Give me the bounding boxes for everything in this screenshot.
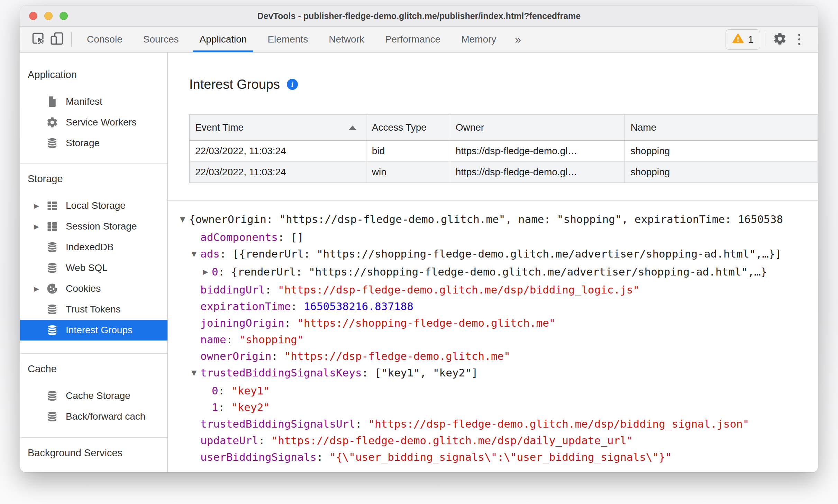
main-menu-button[interactable] (790, 30, 809, 49)
tree-line[interactable]: ▼{ownerOrigin: "https://dsp-fledge-demo.… (168, 211, 818, 229)
expander-triangle-icon[interactable]: ▶ (34, 285, 46, 293)
tree-line[interactable]: expirationTime: 1650538216.837188 (168, 298, 818, 315)
sidebar-item-service-workers[interactable]: Service Workers (20, 112, 167, 133)
table-row[interactable]: 22/03/2022, 11:03:24bidhttps://dsp-fledg… (190, 141, 818, 162)
expander-triangle-icon[interactable]: ▶ (34, 223, 46, 231)
tab-network[interactable]: Network (318, 27, 375, 52)
tree-segment-key: userBiddingSignals (200, 451, 317, 463)
maximize-button[interactable] (60, 12, 68, 20)
tab-performance[interactable]: Performance (375, 27, 451, 52)
tree-line[interactable]: trustedBiddingSignalsUrl: "https://dsp-f… (168, 416, 818, 432)
cell-access-type: win (366, 162, 450, 183)
device-toolbar-button[interactable] (48, 30, 66, 49)
sidebar-item-trust-tokens[interactable]: Trust Tokens (20, 299, 167, 320)
tree-segment-str: "shopping" (239, 333, 304, 346)
tab-elements[interactable]: Elements (257, 27, 318, 52)
issues-badge[interactable]: 1 (726, 29, 760, 50)
issues-count: 1 (748, 34, 754, 45)
sidebar-item-back-forward-cach[interactable]: Back/forward cach (20, 406, 167, 427)
sidebar-item-indexeddb[interactable]: IndexedDB (20, 237, 167, 258)
disclosure-triangle-icon[interactable]: ▼ (191, 245, 200, 262)
tree-segment-key: name (200, 333, 226, 346)
tree-segment-plain: : [{renderUrl: "https://shopping-fledge-… (220, 248, 782, 260)
tree-segment-str: "https://dsp-fledge-demo.glitch.me/dsp/d… (271, 434, 633, 447)
disclosure-triangle-icon[interactable]: ▼ (191, 364, 200, 381)
minimize-button[interactable] (44, 12, 53, 20)
titlebar: DevTools - publisher-fledge-demo.glitch.… (20, 6, 818, 27)
tree-segment-plain: : ["key1", "key2"] (362, 366, 478, 379)
column-header-owner[interactable]: Owner (450, 115, 625, 141)
more-tabs-button[interactable]: » (507, 33, 529, 46)
sidebar-item-web-sql[interactable]: Web SQL (20, 258, 167, 278)
tree-line[interactable]: joiningOrigin: "https://shopping-fledge-… (168, 315, 818, 331)
sidebar-item-label: Back/forward cach (66, 411, 145, 422)
cookie-icon (46, 282, 59, 295)
interest-group-json-tree: ▼{ownerOrigin: "https://dsp-fledge-demo.… (168, 211, 818, 472)
sidebar-item-storage[interactable]: Storage (20, 133, 167, 153)
tree-line[interactable]: ownerOrigin: "https://dsp-fledge-demo.gl… (168, 348, 818, 364)
tree-line[interactable]: adComponents: [] (168, 229, 818, 245)
tab-console[interactable]: Console (76, 27, 133, 52)
sidebar-item-label: Interest Groups (66, 325, 133, 336)
close-button[interactable] (29, 12, 37, 20)
inspect-element-button[interactable] (29, 30, 48, 49)
sidebar-section-title: Background Services (20, 443, 167, 463)
tree-segment-key: expirationTime (200, 300, 291, 312)
tree-segment-num: 1650538216.837188 (304, 300, 413, 312)
sidebar-item-label: Manifest (66, 96, 102, 107)
column-header-event-time[interactable]: Event Time (190, 115, 366, 141)
sidebar-section-title: Storage (20, 169, 167, 188)
tree-segment-key: 1 (212, 401, 218, 413)
sidebar-item-background-fetch[interactable]: Background Fetch (20, 469, 167, 472)
sidebar-section-application: ApplicationManifestService WorkersStorag… (20, 53, 167, 164)
traffic-lights (29, 6, 68, 26)
disclosure-triangle-icon[interactable]: ▶ (203, 263, 212, 280)
sidebar-item-cache-storage[interactable]: Cache Storage (20, 385, 167, 406)
settings-button[interactable] (770, 30, 790, 49)
sidebar-item-session-storage[interactable]: ▶Session Storage (20, 216, 167, 237)
tree-segment-key: 0 (212, 384, 218, 397)
details-split-divider[interactable] (168, 200, 818, 200)
tree-segment-plain: : (271, 350, 284, 362)
disclosure-triangle-icon[interactable]: ▼ (180, 211, 189, 227)
column-header-name[interactable]: Name (625, 115, 818, 141)
expander-triangle-icon[interactable]: ▶ (34, 202, 46, 210)
tree-line[interactable]: biddingUrl: "https://dsp-fledge-demo.gli… (168, 281, 818, 298)
sidebar-item-interest-groups[interactable]: Interest Groups (20, 320, 167, 340)
database-icon (46, 324, 59, 337)
devtools-window: DevTools - publisher-fledge-demo.glitch.… (20, 6, 818, 472)
tree-line[interactable]: name: "shopping" (168, 331, 818, 348)
tree-line[interactable]: ▼trustedBiddingSignalsKeys: ["key1", "ke… (168, 364, 818, 382)
column-header-access-type[interactable]: Access Type (366, 115, 450, 141)
tree-segment-plain: : (226, 333, 239, 346)
info-icon[interactable]: i (287, 79, 298, 90)
sidebar-item-local-storage[interactable]: ▶Local Storage (20, 195, 167, 216)
database-icon (46, 389, 59, 402)
sidebar-item-cookies[interactable]: ▶Cookies (20, 278, 167, 299)
sidebar-item-label: Cache Storage (66, 390, 130, 401)
tree-line[interactable]: 0: "key1" (168, 382, 818, 399)
tab-sources[interactable]: Sources (133, 27, 189, 52)
application-sidebar: ApplicationManifestService WorkersStorag… (20, 53, 168, 472)
tree-segment-key: ownerOrigin (200, 350, 271, 362)
kebab-menu-icon (798, 34, 800, 45)
tree-line[interactable]: 1: "key2" (168, 399, 818, 416)
tree-segment-str: "https://dsp-fledge-demo.glitch.me/dsp/b… (278, 283, 639, 296)
tree-line[interactable]: userBiddingSignals: "{\"user_bidding_sig… (168, 449, 818, 465)
table-row[interactable]: 22/03/2022, 11:03:24winhttps://dsp-fledg… (190, 162, 818, 183)
tree-segment-plain: : (258, 434, 271, 447)
tree-segment-key: updateUrl (200, 434, 258, 447)
tree-segment-str: "key1" (231, 384, 270, 397)
tree-line[interactable]: ▶0: {renderUrl: "https://shopping-fledge… (168, 263, 818, 281)
controls-divider (765, 32, 765, 47)
tree-segment-str: "https://dsp-fledge-demo.glitch.me" (284, 350, 510, 362)
tab-memory[interactable]: Memory (451, 27, 507, 52)
warning-icon (732, 32, 744, 47)
tree-segment-key: adComponents (200, 231, 278, 243)
tree-line[interactable]: ▼ads: [{renderUrl: "https://shopping-fle… (168, 245, 818, 263)
tree-line[interactable]: updateUrl: "https://dsp-fledge-demo.glit… (168, 432, 818, 449)
sidebar-section-cache: CacheCache StorageBack/forward cach (20, 354, 167, 438)
sidebar-item-manifest[interactable]: Manifest (20, 91, 167, 112)
tab-application[interactable]: Application (189, 27, 257, 52)
sidebar-item-label: Cookies (66, 283, 101, 294)
